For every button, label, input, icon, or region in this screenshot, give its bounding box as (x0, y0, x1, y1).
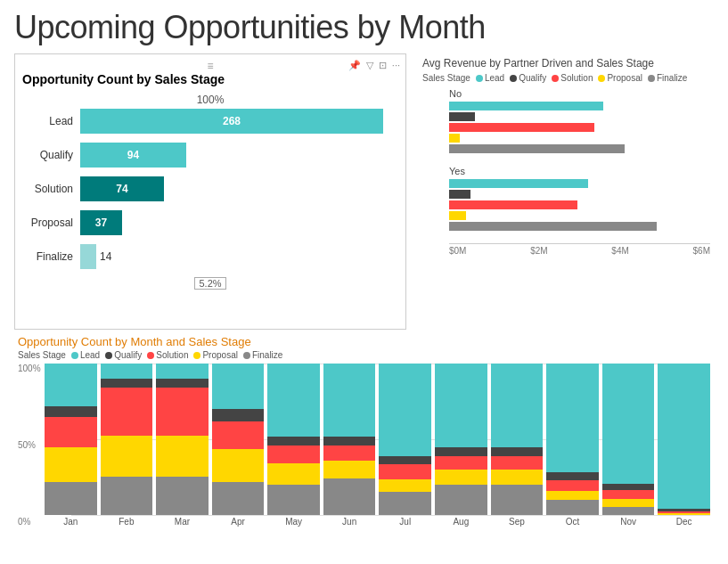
stacked-segment-qualify (101, 379, 153, 388)
h-bar-group-yes: Yes (449, 166, 710, 231)
legend-item-qualify: Qualify (510, 73, 546, 83)
month-label: Dec (658, 517, 710, 527)
stacked-segment-qualify (156, 379, 209, 388)
stacked-bar-col-jan (45, 364, 97, 515)
bar-value: 268 (223, 115, 241, 127)
bar-track: 14 (80, 244, 398, 269)
right-panel: Avg Revenue by Partner Driven and Sales … (415, 53, 714, 330)
bottom-percent-label: 5.2% (22, 277, 398, 290)
h-axis-label: $4M (611, 246, 628, 256)
more-icon[interactable]: ··· (392, 60, 400, 71)
stacked-segment-solution (212, 421, 265, 449)
legend-dot (193, 352, 200, 359)
legend-dot (598, 75, 605, 82)
stacked-bar-col-oct (546, 364, 599, 515)
legend-item-solution: Solution (552, 73, 593, 83)
right-legend: Sales Stage LeadQualifySolutionProposalF… (422, 73, 710, 83)
legend-item-finalize: Finalize (648, 73, 687, 83)
month-label: Jan (45, 517, 97, 527)
stacked-segment-solution (379, 464, 431, 479)
stacked-segment-solution (435, 456, 487, 470)
legend-item-lead: Lead (476, 73, 504, 83)
bar-fill: 37 (80, 210, 122, 235)
dashboard-page: Upcoming Opportunities by Month ≡ 📌 ▽ ⊡ … (0, 0, 728, 564)
stacked-segment-solution (156, 388, 209, 436)
stacked-bar-col-jul (379, 364, 431, 515)
stacked-segment-solution (323, 445, 376, 461)
month-label: Jul (379, 517, 431, 527)
stacked-segment-solution (267, 445, 320, 463)
h-bar-fill (449, 190, 470, 199)
bar-track: 268 (80, 109, 398, 134)
stacked-segment-qualify (602, 484, 655, 490)
bottom-legend-item-finalize: Finalize (243, 350, 282, 360)
legend-dot (552, 75, 559, 82)
filter-icon[interactable]: ▽ (366, 60, 373, 71)
stacked-segment-finalize (491, 485, 544, 515)
h-axis-label: $6M (693, 246, 710, 256)
stacked-segment-proposal (602, 499, 655, 507)
legend-dot (105, 352, 112, 359)
stacked-segment-lead (101, 364, 153, 379)
stacked-bar-col-may (267, 364, 320, 515)
expand-icon[interactable]: ⊡ (379, 60, 387, 71)
stacked-segment-solution (101, 388, 153, 436)
stacked-segment-finalize (156, 477, 209, 515)
stacked-segment-lead (491, 364, 544, 447)
stacked-segment-qualify (491, 447, 544, 456)
stacked-segment-qualify (379, 456, 431, 464)
stacked-bar-col-nov (602, 364, 655, 515)
bar-label: Lead (22, 115, 80, 127)
bar-row-proposal: Proposal 37 (22, 209, 398, 236)
month-label: Sep (491, 517, 544, 527)
h-bar-row (449, 179, 710, 188)
stacked-bar-col-mar (156, 364, 209, 515)
stacked-segment-lead (435, 364, 487, 447)
stacked-wrapper (491, 364, 544, 515)
stacked-segment-finalize (101, 477, 153, 515)
bar-chart-rows: Lead 268 Qualify 94 Solution 74 Proposal… (22, 108, 398, 270)
stacked-segment-lead (379, 364, 431, 456)
top-row: ≡ 📌 ▽ ⊡ ··· Opportunity Count by Sales S… (14, 53, 714, 330)
stacked-segment-finalize (323, 478, 376, 515)
stacked-bar-col-sep (491, 364, 544, 515)
right-chart-title: Avg Revenue by Partner Driven and Sales … (422, 57, 710, 69)
h-axis-label: $2M (530, 246, 547, 256)
stacked-segment-qualify (323, 437, 376, 445)
bottom-legend-item-lead: Lead (71, 350, 100, 360)
stacked-segment-finalize (379, 492, 431, 515)
bar-row-finalize: Finalize 14 (22, 243, 398, 270)
bar-label: Finalize (22, 250, 80, 263)
panel-handle-icon[interactable]: ≡ (207, 60, 213, 72)
h-bar-row (449, 144, 710, 153)
stacked-segment-proposal (267, 463, 320, 485)
pin-icon[interactable]: 📌 (348, 60, 361, 71)
stacked-segment-finalize (602, 507, 655, 515)
stacked-segment-lead (546, 364, 599, 472)
legend-item-proposal: Proposal (598, 73, 642, 83)
bottom-panel: Opportunity Count by Month and Sales Sta… (14, 335, 714, 557)
bottom-chart-title: Opportunity Count by Month and Sales Sta… (18, 335, 710, 348)
stacked-wrapper (602, 364, 655, 515)
bar-label: Solution (22, 183, 80, 195)
bar-value-outside: 14 (100, 250, 111, 263)
h-bar-fill (449, 134, 460, 143)
stacked-segment-qualify (267, 437, 320, 445)
h-bar-fill (449, 222, 657, 231)
bar-row-lead: Lead 268 (22, 108, 398, 135)
stacked-segment-lead (658, 364, 710, 509)
stacked-segment-proposal (156, 436, 209, 477)
bottom-legend-item-solution: Solution (147, 350, 188, 360)
stacked-segment-proposal (546, 491, 599, 500)
stacked-segment-proposal (491, 470, 544, 485)
left-chart-title: Opportunity Count by Sales Stage (22, 72, 398, 86)
h-bar-row (449, 222, 710, 231)
bar-value: 74 (116, 183, 127, 195)
stacked-bar-col-apr (212, 364, 265, 515)
legend-dot (71, 352, 78, 359)
h-bar-row (449, 134, 710, 143)
month-label: May (267, 517, 320, 527)
stacked-wrapper (323, 364, 376, 515)
h-bar-fill (449, 200, 577, 209)
bottom-percent-value: 5.2% (194, 277, 225, 290)
